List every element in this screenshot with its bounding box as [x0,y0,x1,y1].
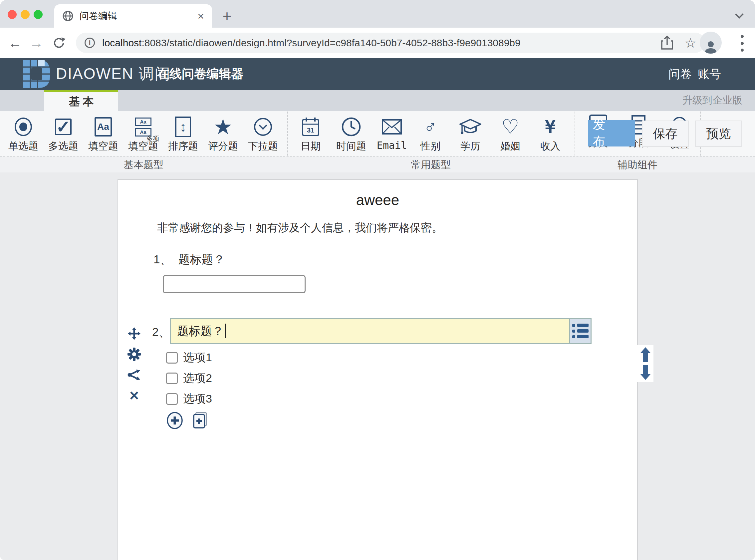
tool-email-question[interactable]: Email [370,114,413,156]
survey-greeting[interactable]: 非常感谢您的参与！如有涉及个人信息，我们将严格保密。 [157,220,443,235]
back-button[interactable]: ← [5,28,25,58]
editor-tabstrip: 基 本 升级到企业版 [0,90,755,111]
forward-button[interactable]: → [26,28,47,58]
diaowen-logo-icon[interactable] [23,60,50,89]
option-row-3[interactable]: 选项3 [166,392,212,406]
browser-tab[interactable]: 问卷编辑 × [54,4,212,28]
upgrade-link[interactable]: 升级到企业版 [682,90,742,111]
tool-fillblank-question[interactable]: Aa 填空题 [82,114,125,156]
app-title: 在线问卷编辑器 [157,58,243,90]
url-text[interactable]: localhost:8083/static/diaowen/design.htm… [102,37,650,48]
question-2-title-input[interactable]: 题标题？ [171,319,569,343]
clock-icon [341,117,361,137]
save-button[interactable]: 保存 [642,121,689,147]
tool-label: 性别 [409,140,452,153]
multi-tag: 多项 [146,134,159,143]
nav-survey[interactable]: 问卷 [669,58,692,90]
new-tab-button[interactable]: + [217,6,237,26]
tool-date-question[interactable]: 31 日期 [289,114,332,156]
tool-income-question[interactable]: ¥ 收入 [529,114,572,156]
tool-label: 单选题 [2,140,45,153]
reload-button[interactable] [48,28,69,58]
question-type-ribbon: 单选题 ✓ 多选题 Aa 填空题 AaAa 多项 填空题 ↕ 排序题 ★ 评分题… [0,111,755,173]
question-settings-button[interactable] [127,347,142,362]
close-window-button[interactable] [8,10,17,19]
tool-education-question[interactable]: 学历 [449,114,492,156]
question-logic-button[interactable] [127,367,142,382]
close-icon: × [129,387,139,403]
tab-search-chevron-icon[interactable] [736,11,745,20]
yen-icon: ¥ [545,117,555,137]
page-info-icon[interactable]: i [85,38,95,48]
move-question-handle[interactable] [127,326,142,341]
option-row-1[interactable]: 选项1 [166,350,212,365]
tool-radio-question[interactable]: 单选题 [2,114,45,156]
checkbox[interactable] [166,393,178,405]
delete-question-button[interactable]: × [127,388,142,403]
tool-score-question[interactable]: ★ 评分题 [201,114,245,156]
move-up-button[interactable] [640,347,651,362]
tool-time-question[interactable]: 时间题 [330,114,373,156]
multi-text-input-icon: AaAa [135,118,151,137]
svg-text:31: 31 [307,126,314,134]
checkbox-icon: ✓ [55,119,72,135]
option-row-2[interactable]: 选项2 [166,371,212,385]
checkbox[interactable] [166,352,178,364]
share-icon [661,36,673,50]
publish-button[interactable]: 发 布 [588,120,635,146]
tool-checkbox-question[interactable]: ✓ 多选题 [42,114,85,156]
calendar-icon: 31 [302,117,320,137]
move-icon [128,327,141,340]
move-down-button[interactable] [640,365,651,380]
nav-account[interactable]: 账号 [698,58,721,90]
tool-label: 排序题 [161,140,205,153]
question-2-title-text: 题标题？ [177,323,224,339]
question-1-answer-input[interactable] [163,275,306,293]
star-icon: ★ [213,116,232,138]
tool-sort-question[interactable]: ↕ 排序题 [161,114,205,156]
question-1[interactable]: 1、 题标题？ [154,252,225,267]
option-list-button[interactable] [569,319,591,343]
radio-icon [15,118,32,136]
tab-basic[interactable]: 基 本 [44,90,118,111]
heart-icon: ♡ [501,117,519,137]
question-1-title: 题标题？ [178,252,225,267]
preview-button[interactable]: 预览 [695,121,742,147]
person-icon [703,40,718,54]
minimize-window-button[interactable] [21,10,29,19]
profile-avatar[interactable] [700,32,722,54]
tool-multi-fillblank-question[interactable]: AaAa 多项 填空题 [122,114,165,156]
question-2-number: 2、 [152,324,170,340]
dropdown-icon [254,118,272,136]
tool-label: 下拉题 [241,140,285,153]
option-label: 选项3 [183,391,212,406]
brand-name[interactable]: DIAOWEN 调问 [56,58,171,90]
option-actions [166,412,208,429]
maximize-window-button[interactable] [34,10,43,19]
browser-menu-button[interactable] [740,35,744,52]
survey-canvas: aweee 非常感谢您的参与！如有涉及个人信息，我们将严格保密。 1、 题标题？ [118,179,638,560]
branch-icon [127,369,141,381]
envelope-icon [382,119,402,135]
batch-add-option-button[interactable] [192,412,208,429]
tool-dropdown-question[interactable]: 下拉题 [241,114,285,156]
bookmark-star-icon[interactable]: ☆ [685,36,696,49]
globe-favicon-icon [62,10,74,22]
list-icon [572,324,589,327]
survey-title[interactable]: aweee [118,192,637,208]
tool-gender-question[interactable]: ♂ 性别 [409,114,452,156]
text-input-icon: Aa [95,117,112,137]
address-bar[interactable]: i localhost:8083/static/diaowen/design.h… [76,33,705,53]
browser-window: 问卷编辑 × + ← → i localhost:8083/static/dia… [0,0,755,560]
sort-icon: ↕ [175,117,191,137]
ribbon-group-labels: 基本题型 常用题型 辅助组件 [0,157,755,173]
app-header: DIAOWEN 调问 在线问卷编辑器 问卷 账号 [0,58,755,90]
tool-marriage-question[interactable]: ♡ 婚姻 [489,114,532,156]
add-option-button[interactable] [166,412,183,429]
question-2-title-editor: 题标题？ [170,318,592,344]
tab-close-icon[interactable]: × [198,10,204,22]
browser-toolbar: ← → i localhost:8083/static/diaowen/desi… [0,28,755,58]
editor-content: aweee 非常感谢您的参与！如有涉及个人信息，我们将严格保密。 1、 题标题？ [0,173,755,560]
share-page-button[interactable] [661,36,673,50]
checkbox[interactable] [166,373,178,384]
